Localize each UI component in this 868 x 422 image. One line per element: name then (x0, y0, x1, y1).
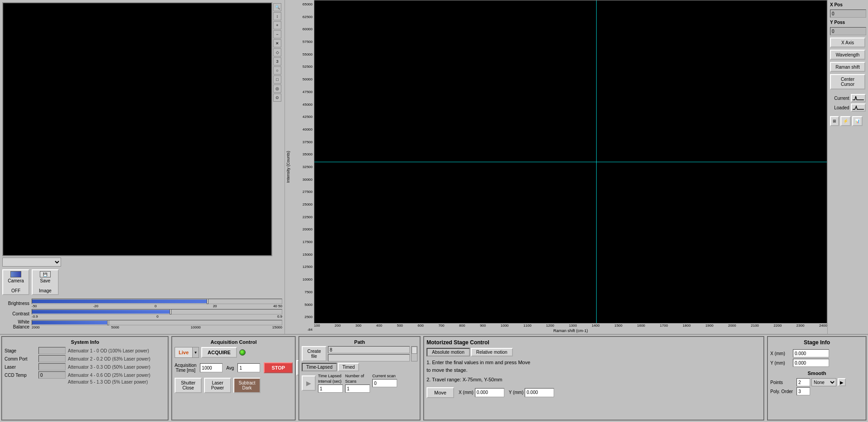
si-y-input[interactable] (793, 359, 829, 367)
stage-info-panel: Stage Info X (mm) Y (mm) Smooth Points N… (767, 336, 867, 421)
timed-tab[interactable]: Timed (338, 363, 359, 371)
laser-info-label: Laser (5, 365, 36, 370)
smooth-run-button[interactable]: ▶ (838, 378, 846, 386)
relative-motion-tab[interactable]: Relative motion (471, 348, 513, 356)
contrast-tick-1: -0.9 (32, 314, 38, 319)
crosshair-vertical (596, 0, 597, 323)
extra-btn-2[interactable]: ⚡ (840, 116, 851, 126)
current-label: Current (830, 96, 849, 101)
toolbar-icon-9[interactable]: □ (273, 75, 281, 84)
shutter-close-button[interactable]: Shutter Close (175, 378, 202, 393)
stage-control-title: Motorized Stage Control (427, 339, 761, 346)
live-arrow[interactable]: ▼ (192, 347, 199, 357)
save-image-button[interactable]: 💾 Save Image (32, 269, 59, 295)
attenuator-1: Attenuator 1 - 0 OD (100% Laser power) (68, 348, 149, 353)
contrast-slider-track[interactable] (32, 309, 282, 314)
play-button[interactable]: ▶ (302, 375, 316, 391)
time-lapsed-tabs: Time-Lapsed Timed (302, 363, 417, 371)
toolbar-icon-11[interactable]: ⊙ (273, 94, 281, 102)
y-pos-input[interactable] (830, 27, 866, 35)
brightness-row: Brightness -50 -20 0 20 40 50 (2, 299, 282, 308)
subtract-dark-button[interactable]: Subtract Dark (233, 378, 261, 393)
path-scrollbar[interactable] (411, 346, 417, 361)
camera-toolbar: 🔍 ↕ + − ✕ ◇ 3 ○ □ ◎ ⊙ (272, 2, 282, 256)
laser-value[interactable] (38, 363, 66, 370)
toolbar-icon-6[interactable]: ◇ (273, 48, 281, 56)
toolbar-icon-3[interactable]: + (273, 21, 281, 29)
ccd-temp-value[interactable] (38, 371, 66, 379)
acq-time-input[interactable] (200, 363, 223, 372)
current-waveform-button[interactable] (851, 94, 866, 102)
avg-label: Avg (226, 366, 234, 370)
absolute-motion-tab[interactable]: Absolute motion (427, 348, 470, 356)
poly-order-row: Poly. Order (770, 387, 863, 395)
poly-order-input[interactable] (797, 387, 810, 395)
wavelength-button[interactable]: Wavelength (830, 50, 865, 60)
comm-port-value[interactable] (38, 355, 66, 362)
live-dropdown[interactable]: Live ▼ (175, 347, 199, 358)
num-scans-input[interactable] (345, 384, 370, 393)
acquire-button[interactable]: ACQUIRE (201, 347, 237, 358)
laser-power-button[interactable]: Laser Power (204, 378, 231, 393)
time-lapsed-label2: Interval (sec) (318, 379, 343, 384)
sliders-section: Brightness -50 -20 0 20 40 50 (2, 296, 282, 332)
loaded-waveform-icon (853, 105, 864, 110)
path-input-2[interactable] (328, 354, 410, 361)
y-coord-input[interactable] (525, 388, 554, 397)
x-axis-button[interactable]: X Axis (830, 38, 865, 47)
camera-canvas (2, 2, 272, 256)
time-lapsed-tab[interactable]: Time-Lapsed (302, 363, 337, 371)
avg-input[interactable] (237, 363, 260, 372)
attenuator-5-row: Attenuator 5 - 1.3 OD (5% Laser power) (5, 380, 166, 384)
toolbar-icon-5[interactable]: ✕ (273, 39, 281, 47)
brightness-slider-track[interactable] (32, 299, 282, 304)
brightness-tick-4: 20 (213, 304, 217, 308)
stage-control-panel: Motorized Stage Control Absolute motion … (423, 336, 764, 421)
white-balance-row: WhiteBalance 2000 5000 10000 15000 (2, 319, 282, 329)
toolbar-icon-7[interactable]: 3 (273, 57, 281, 66)
toolbar-icon-2[interactable]: ↕ (273, 12, 281, 20)
points-input[interactable] (797, 378, 810, 386)
x-pos-input[interactable] (830, 9, 866, 18)
brightness-tick-1: -50 (32, 304, 37, 308)
contrast-tick-2: 0 (157, 314, 158, 319)
brightness-ticks: -50 -20 0 20 40 50 (32, 304, 282, 308)
camera-buttons: Camera OFF 💾 Save Image (2, 268, 282, 296)
camera-controls: Attn filter 1 cursor (2, 256, 282, 268)
stop-button[interactable]: STOP (264, 362, 293, 373)
center-cursor-button[interactable]: CenterCursor (830, 74, 865, 89)
move-button[interactable]: Move (427, 387, 454, 398)
x-coord-input[interactable] (475, 388, 504, 397)
points-label: Points (770, 380, 795, 385)
white-balance-slider-track[interactable] (32, 320, 282, 325)
path-input[interactable] (328, 346, 410, 353)
toolbar-icon-1[interactable]: 🔍 (273, 3, 281, 11)
acq-time-label1: Acquisition (175, 363, 196, 368)
waveform-buttons: Current Loaded (830, 94, 866, 112)
time-lapsed-input[interactable] (318, 384, 343, 393)
time-lapsed-label1: Time Lapsed (318, 374, 343, 378)
attn-filter-select[interactable]: Attn filter 1 cursor (2, 258, 61, 267)
wb-tick-2: 5000 (111, 325, 119, 329)
points-row: Points None ▶ (770, 378, 863, 386)
toolbar-icon-10[interactable]: ◎ (273, 84, 281, 93)
camera-btn-sub: OFF (11, 288, 20, 293)
camera-off-button[interactable]: Camera OFF (2, 269, 29, 295)
stage-value[interactable] (38, 347, 66, 354)
raman-shift-button[interactable]: Raman shift (830, 62, 865, 72)
acquisition-panel: Acquisition Control Live ▼ ACQUIRE Acqui… (171, 336, 296, 421)
extra-btn-3[interactable]: 📊 (852, 116, 863, 126)
toolbar-icon-8[interactable]: ○ (273, 66, 281, 75)
system-info-panel: System Info Stage Attenuator 1 - 0 OD (1… (1, 336, 169, 421)
create-file-button[interactable]: Createfile (302, 346, 327, 361)
loaded-waveform-button[interactable] (851, 103, 866, 112)
current-scan-input[interactable] (372, 379, 397, 387)
smooth-select[interactable]: None (811, 378, 836, 386)
shutter-label: Shutter (181, 380, 195, 385)
stage-instructions: 1. Enter the final values in mm and pres… (427, 359, 761, 384)
chart-canvas[interactable] (314, 0, 827, 324)
chart-and-yaxis: Intensity (Counts) 65000 62500 60000 575… (285, 0, 827, 334)
toolbar-icon-4[interactable]: − (273, 30, 281, 38)
si-x-input[interactable] (793, 349, 829, 357)
extra-btn-1[interactable]: ⊞ (830, 116, 839, 126)
